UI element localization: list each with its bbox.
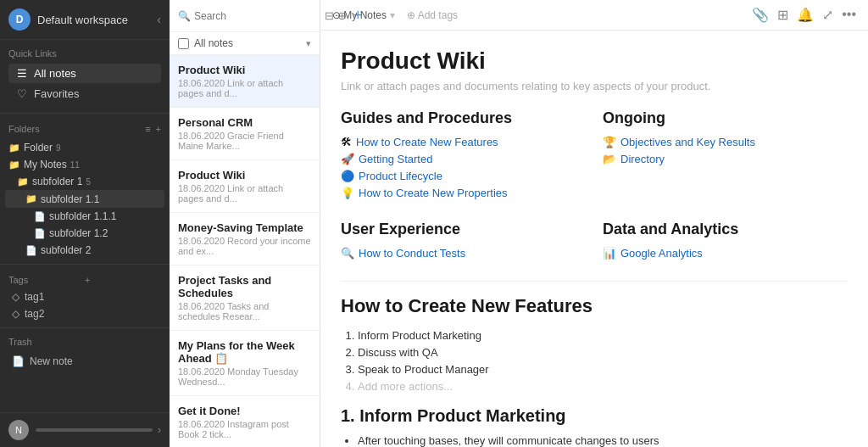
list-item: 🛠How to Create New Features (341, 136, 586, 148)
tag-label: tag2 (25, 308, 44, 320)
folder-label: subfolder 1.2 (49, 227, 108, 239)
select-all-checkbox[interactable] (178, 38, 189, 49)
folders-header: Folders ≡ + (0, 119, 170, 139)
grid-icon[interactable]: ⊞ (777, 7, 788, 23)
guide-link[interactable]: Product Lifecycle (359, 170, 442, 182)
list-item: After touching bases, they will communic… (358, 434, 848, 447)
note-meta: 18.06.2020 Monday Tuesday Wednesd... (178, 366, 311, 387)
add-folder-icon[interactable]: + (156, 124, 161, 134)
my-notes-folder[interactable]: 📁 My Notes 11 (5, 156, 164, 173)
note-item-0[interactable]: Product Wiki 18.06.2020 Link or attach p… (170, 55, 320, 108)
heart-icon: ♡ (15, 87, 29, 100)
new-note-label: New note (30, 355, 73, 367)
sort-icon[interactable]: ≡ (145, 124, 150, 134)
bottom-chevron-icon: › (158, 424, 161, 436)
folder-label: My Notes (24, 159, 67, 170)
folder-tree: 📁 Folder 9 📁 My Notes 11 📁 subfolder 1 5… (0, 139, 170, 259)
quick-links-title: Quick Links (8, 48, 161, 59)
header-actions: 📎 ⊞ 🔔 ⤢ ••• (752, 7, 856, 23)
feature-steps-list: Inform Product Marketing Discuss with QA… (358, 329, 848, 393)
note-meta: 18.06.2020 Gracie Friend Maine Marke... (178, 131, 311, 151)
guide-link[interactable]: Getting Started (359, 153, 432, 165)
folder-label: subfolder 1.1.1 (49, 210, 116, 222)
list-item: 📂Directory (603, 153, 848, 165)
list-item: 🔵Product Lifecycle (341, 170, 586, 182)
sidebar: D Default workspace ‹ Quick Links ☰ All … (0, 0, 170, 447)
add-tag-icon[interactable]: + (85, 275, 161, 285)
trash-new-note[interactable]: 📄 New note (8, 352, 161, 371)
main-body: Product Wiki Link or attach pages and do… (320, 31, 868, 447)
trash-title: Trash (8, 337, 161, 347)
tag-icon: ◇ (12, 291, 19, 303)
note-item-4[interactable]: Project Tasks and Schedules 18.06.2020 T… (170, 265, 320, 331)
tags-header: Tags + (0, 270, 170, 288)
all-notes-bar[interactable]: All notes ▾ (170, 32, 320, 55)
user-exp-link[interactable]: How to Conduct Tests (359, 247, 465, 260)
subfolder1-1-1[interactable]: 📄 subfolder 1.1.1 (5, 208, 164, 225)
attach-icon[interactable]: 📎 (752, 7, 769, 23)
trash-section: Trash 📄 New note (0, 333, 170, 374)
folder-item[interactable]: 📁 Folder 9 (5, 139, 164, 156)
folder-label: subfolder 2 (41, 244, 91, 256)
all-notes-chevron-icon[interactable]: ▾ (306, 38, 311, 49)
note-item-5[interactable]: My Plans for the Week Ahead 📋 18.06.2020… (170, 331, 320, 396)
bell-icon[interactable]: 🔔 (797, 7, 814, 23)
search-input[interactable] (194, 10, 321, 22)
breadcrumb-root[interactable]: ⊙ My Notes (332, 9, 387, 21)
subfolder1-1[interactable]: 📁 subfolder 1.1 + (5, 190, 164, 208)
notes-icon: ☰ (15, 67, 29, 80)
data-list: 📊Google Analytics (603, 247, 848, 260)
folder-label: Folder (24, 142, 53, 154)
file-icon: 📄 (12, 355, 25, 367)
tags-title: Tags (8, 275, 85, 285)
note-title: Money-Saving Template (178, 221, 311, 234)
folder-icon: 📁 (8, 159, 20, 170)
sidebar-item-all-notes[interactable]: ☰ All notes (8, 64, 161, 83)
guide-link[interactable]: How to Create New Features (356, 136, 498, 148)
add-tags-button[interactable]: ⊕ Add tags (407, 9, 458, 21)
note-meta: 18.06.2020 Instagram post Book 2 tick... (178, 419, 311, 439)
data-analytics-section: Data and Analytics 📊Google Analytics (603, 221, 848, 264)
subfolder2[interactable]: 📄 subfolder 2 (5, 242, 164, 259)
more-icon[interactable]: ••• (842, 7, 856, 23)
user-avatar: N (8, 420, 29, 440)
data-link[interactable]: Google Analytics (620, 247, 703, 260)
subfolder1[interactable]: 📁 subfolder 1 5 (5, 173, 164, 190)
sidebar-collapse-button[interactable]: ‹ (157, 13, 161, 26)
note-item-2[interactable]: Product Wiki 18.06.2020 Link or attach p… (170, 160, 320, 213)
data-analytics-title: Data and Analytics (603, 221, 848, 238)
tag-item-2[interactable]: ◇ tag2 (0, 305, 170, 322)
folder-icon: 📁 (25, 193, 37, 204)
list-item: Inform Product Marketing (358, 329, 848, 342)
subfolder1-2[interactable]: 📄 subfolder 1.2 (5, 225, 164, 242)
item-icon: 📊 (603, 247, 616, 260)
list-item: Discuss with QA (358, 346, 848, 359)
tag-item-1[interactable]: ◇ tag1 (0, 288, 170, 305)
breadcrumb-chevron-icon: ▾ (390, 9, 395, 21)
feature-section-title: How to Create New Features (341, 295, 848, 317)
item-icon: 🛠 (341, 136, 352, 148)
file-icon: 📄 (34, 228, 46, 239)
all-notes-label: All notes (194, 37, 306, 49)
note-item-6[interactable]: Get it Done! 18.06.2020 Instagram post B… (170, 396, 320, 447)
ongoing-link[interactable]: Directory (620, 153, 665, 165)
sidebar-item-favorites[interactable]: ♡ Favorites (8, 84, 161, 103)
guides-section: Guides and Procedures 🛠How to Create New… (341, 109, 586, 204)
list-item-muted[interactable]: Add more actions... (358, 380, 848, 393)
breadcrumb: ⊙ My Notes ▾ (332, 9, 395, 21)
quick-links-section: Quick Links ☰ All notes ♡ Favorites (0, 40, 170, 108)
file-icon: 📄 (34, 211, 46, 222)
guide-link[interactable]: How to Create New Properties (359, 187, 508, 199)
expand-icon[interactable]: ⤢ (822, 7, 833, 23)
note-item-3[interactable]: Money-Saving Template 18.06.2020 Record … (170, 213, 320, 265)
folder-badge: 9 (56, 143, 61, 153)
ongoing-link[interactable]: Objectives and Key Results (620, 136, 755, 148)
note-list-scrollable[interactable]: Product Wiki 18.06.2020 Link or attach p… (170, 55, 320, 447)
list-item: 🏆Objectives and Key Results (603, 136, 848, 148)
note-title: Product Wiki (178, 64, 311, 76)
note-title: Project Tasks and Schedules (178, 274, 311, 299)
list-item: 🚀Getting Started (341, 153, 586, 165)
note-item-1[interactable]: Personal CRM 18.06.2020 Gracie Friend Ma… (170, 108, 320, 160)
folder-icon: 📁 (17, 176, 29, 187)
note-meta: 18.06.2020 Record your income and ex... (178, 236, 311, 256)
